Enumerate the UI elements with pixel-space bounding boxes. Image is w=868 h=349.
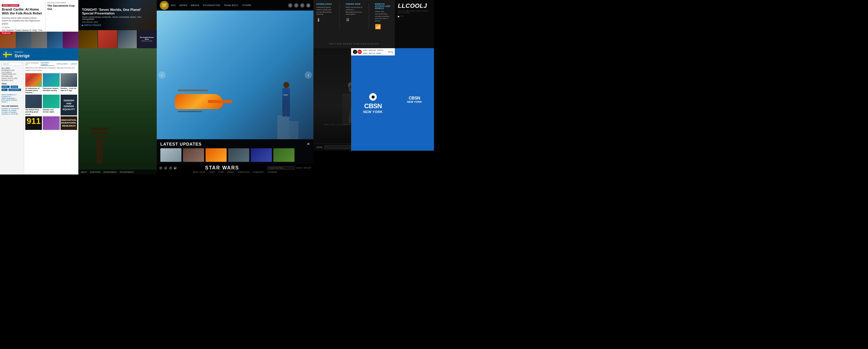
sweden-categories: ALL (153) BUSINESS (15) CULTURE & TRADIT… [1, 67, 22, 82]
bloomberg-order-icon[interactable]: 🖥 [346, 17, 363, 22]
sweden-cat-business[interactable]: BUSINESS (15) [1, 69, 22, 71]
pagoda-silhouette [87, 127, 112, 164]
sweden-panel: Sweden Sverige ALL (153) BUSINESS (15) C… [0, 48, 79, 174]
sw-nav-interactive[interactable]: INTERACTIVE [238, 171, 250, 173]
sw-nav-community[interactable]: COMMUNITY [253, 171, 264, 173]
japan-nav-environment[interactable]: ENVIRONMENT [103, 171, 117, 173]
sw-nav-news[interactable]: NEWS + BLOG [193, 171, 206, 173]
bolt-nav-store[interactable]: STORE [242, 4, 251, 7]
sweden-cat-quickfacts[interactable]: QUICK FACTS (25) [1, 77, 22, 79]
bbc-thumbnails: The Graham Norton Show FRIDAYS 11PM [79, 30, 157, 48]
sweden-card-6[interactable] [43, 116, 59, 130]
bolt-next-button[interactable]: › [305, 71, 312, 79]
bolt-nav-bio[interactable]: BIO [171, 4, 176, 7]
sweden-card-5[interactable]: Sweden and human rights [43, 95, 59, 116]
sweden-footer-info: About sweden.se > Contact us > Other lan… [1, 94, 22, 103]
sw-login[interactable]: LOG IN [296, 167, 302, 169]
bbc-thumb-1[interactable] [79, 30, 98, 48]
sw-tw-icon[interactable]: t [169, 166, 172, 170]
sweden-follow-section: FOLLOW SWEDEN: Sweden on Facebook Sweden… [1, 105, 22, 115]
sw-nav-video[interactable]: VIDEO [209, 171, 215, 173]
figure-head [283, 82, 289, 88]
bolt-updates-close[interactable]: ✕ [307, 142, 310, 146]
cbs-nav-video[interactable]: VIDEO [363, 53, 368, 54]
sw-ig-icon[interactable]: ◻ [164, 166, 167, 170]
sweden-sort-editors[interactable]: EDITORS' CHOICE [41, 62, 54, 66]
bolt-update-thumb-5[interactable] [251, 148, 272, 162]
sw-search-input[interactable] [267, 166, 294, 170]
sw-nav-bar: NEWS + BLOG VIDEO FILMS SERIES INTERACTI… [159, 170, 311, 173]
bolt-youtube-icon[interactable]: y [306, 3, 310, 7]
bolt-nav-media[interactable]: MEDIA [191, 4, 199, 7]
sw-nav-films[interactable]: FILMS [218, 171, 224, 173]
sw-signup[interactable]: SIGN UP [304, 167, 311, 169]
sweden-cat-society[interactable]: SOCIETY (57) [1, 80, 22, 82]
sweden-card-2[interactable]: Openness shapes Swedish society [43, 73, 59, 94]
sweden-yt-link[interactable]: Sweden on YouTube [1, 113, 22, 115]
sweden-cat-all[interactable]: ALL (153) [1, 67, 22, 69]
bbc-thumb-2[interactable] [98, 30, 117, 48]
sweden-cat-nature[interactable]: NATURE (19) [1, 75, 22, 77]
japan-nav-philanthropy[interactable]: PHILANTHROPY [120, 171, 134, 173]
bolt-panel: USAIN BOLT BIO NEWS MEDIA FOUNDATION TEA… [157, 0, 313, 174]
sweden-tag-env[interactable]: ENV... [1, 89, 7, 91]
sweden-card-4[interactable]: The Nobel Prize – awarding great minds [25, 95, 42, 116]
sweden-press-link[interactable]: Press > [1, 101, 22, 103]
bbc-watch-trailer[interactable]: ▶ WATCH TRAILER [82, 24, 153, 27]
norton-show-text: The Graham Norton Show [138, 36, 156, 40]
cbs-nav-weather[interactable]: WEATHER [369, 50, 376, 51]
cbs-nav-bestof[interactable]: BEST OF [369, 53, 375, 54]
bolt-prev-button[interactable]: ‹ [158, 71, 165, 79]
sw-yt-icon[interactable]: ▶ [174, 166, 177, 170]
cbs-nav-more[interactable]: MORE [376, 53, 381, 54]
bloomberg-download-icon[interactable]: ⬇ [316, 17, 333, 23]
llcoolj-subtitle-top: news / air / video / albums / photos / l… [398, 10, 431, 13]
bolt-update-thumb-2[interactable] [183, 148, 204, 162]
bolt-facebook-icon[interactable]: f [288, 3, 292, 7]
sweden-card-3[interactable]: Sweden – from Ice Age to IT Age [61, 73, 77, 94]
sweden-card-gender[interactable]: SWEDEN AND GENDER EQUALITY [61, 95, 77, 116]
sweden-card-title-5: Sweden and human rights [43, 109, 59, 113]
starwars-bar: f ◻ t ▶ STAR WARS LOG IN SIGN UP NEWS + … [157, 164, 313, 174]
sw-nav-series[interactable]: SERIES [227, 171, 234, 173]
sweden-card-911[interactable]: 911 [25, 116, 42, 130]
sweden-tag-show-more[interactable]: SHOW MORE + [8, 89, 21, 91]
japan-nav-about[interactable]: ABOUT [81, 171, 87, 173]
sweden-tag-astro[interactable]: ASTRO... [1, 86, 10, 88]
bolt-logo[interactable]: USAIN BOLT [160, 1, 169, 10]
sweden-tag-design[interactable]: DESIGN [10, 86, 18, 88]
sw-fb-icon[interactable]: f [159, 166, 162, 170]
bbc-thumb-3[interactable] [118, 30, 137, 48]
bloomberg-regulation-text: GETTING READY FOR REGULATION [316, 42, 392, 45]
sweden-sort-popularity[interactable]: POPULARITY [57, 63, 68, 65]
bolt-update-thumb-3[interactable] [206, 148, 227, 162]
bolt-nav-teambolt[interactable]: TEAM BOLT [224, 4, 239, 7]
cbs-nav-sports[interactable]: SPORTS [377, 50, 383, 51]
japan-content: ABOUT INVESTORS ENVIRONMENT PHILANTHROPY [79, 48, 157, 174]
llcoolj-social-news[interactable]: ▶ [398, 15, 400, 18]
bloomberg-wifi-icon[interactable]: 📶 [375, 24, 392, 30]
sw-nav-databank[interactable]: DATABANK [268, 171, 277, 173]
bolt-instagram-icon[interactable]: i [300, 3, 304, 7]
bolt-nav-foundation[interactable]: FOUNDATION [203, 4, 220, 7]
bolt-update-thumb-1[interactable] [160, 148, 181, 162]
sweden-title-area: Sweden Sverige [14, 51, 30, 58]
sweden-card-1[interactable]: 20 milestones of Swedish press freedom [25, 73, 42, 94]
cbs-temperature: 51°Q [388, 51, 393, 53]
llcoolj-social-tw[interactable]: t [403, 15, 403, 18]
cbs-nav-news[interactable]: NEWS [363, 50, 367, 51]
bolt-update-thumb-6[interactable] [273, 148, 294, 162]
sweden-cat-culture[interactable]: CULTURE & TRADITIONS (47) [1, 71, 22, 75]
bolt-update-thumb-4[interactable] [228, 148, 249, 162]
sw-social-bar: f ◻ t ▶ [159, 166, 177, 170]
pagoda-roof-3 [93, 136, 105, 138]
japan-nav-investors[interactable]: INVESTORS [90, 171, 101, 173]
sweden-search-input[interactable] [1, 62, 22, 66]
sweden-sort-latest[interactable]: LATEST [70, 63, 77, 65]
bbc-title: TONIGHT: 'Seven Worlds, One Planet' Spec… [82, 8, 153, 15]
bbc-thumb-4-norton[interactable]: The Graham Norton Show FRIDAYS 11PM [137, 30, 156, 48]
llcoolj-social-fb[interactable]: f [401, 15, 401, 18]
sweden-card-innovation[interactable]: INNOVATION, INVENTIONS, RESEARCH [61, 116, 77, 130]
bolt-nav-news[interactable]: NEWS [179, 4, 187, 7]
bolt-twitter-icon[interactable]: t [294, 3, 299, 7]
